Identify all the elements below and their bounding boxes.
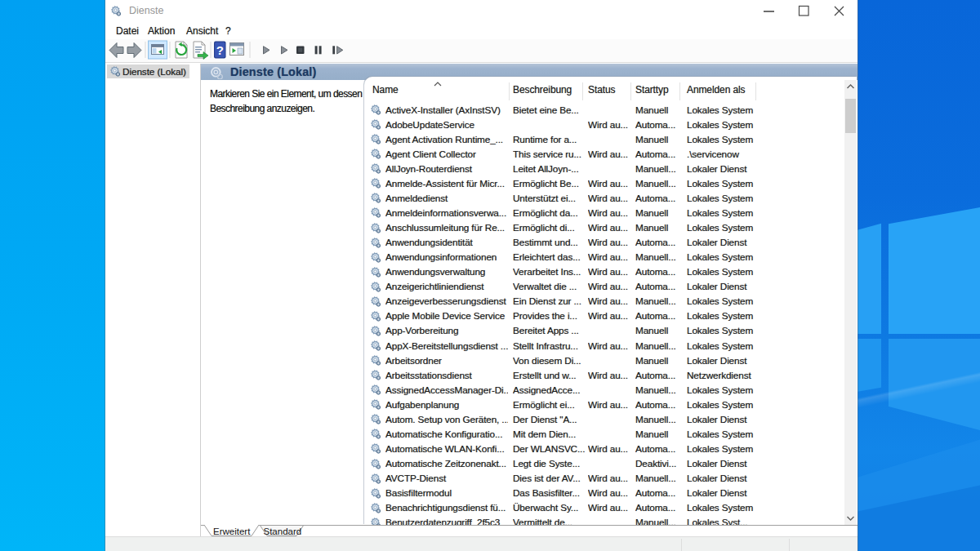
- svg-text:Standard: Standard: [264, 527, 302, 536]
- svg-text:?: ?: [216, 43, 224, 57]
- svg-text:Erweitert: Erweitert: [213, 527, 251, 536]
